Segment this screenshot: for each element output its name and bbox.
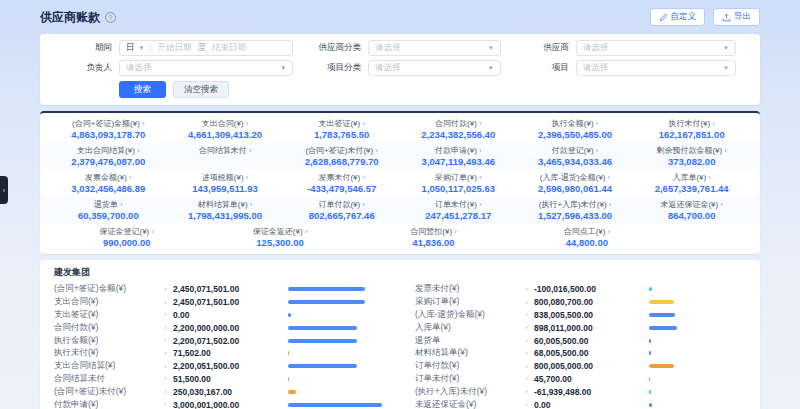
stat-item[interactable]: (合同+签证)金额(¥)› 4,863,093,178.70 <box>50 118 167 141</box>
detail-row[interactable]: (合同+签证)金额(¥) › 2,450,071,501.00 <box>54 283 385 296</box>
detail-row[interactable]: 材料结算单(¥) › 68,005,500.00 <box>415 347 746 360</box>
stat-item[interactable]: 发票未付(¥)› -433,479,546.57 <box>283 172 400 195</box>
stat-item[interactable]: 退货单› 60,359,700.00 <box>50 199 167 222</box>
detail-row[interactable]: 支出合同(¥) › 2,450,071,501.00 <box>54 296 385 309</box>
chevron-right-icon: › <box>525 336 534 345</box>
detail-row[interactable]: 执行未付(¥) › 71,502.00 <box>54 347 385 360</box>
stat-value[interactable] <box>167 156 284 167</box>
stat-value[interactable]: 125,300.00 <box>203 237 356 248</box>
stat-value[interactable]: 864,700.00 <box>633 210 750 221</box>
stat-item[interactable]: 合同结算未付› <box>167 145 284 168</box>
chevron-right-icon: › <box>362 119 365 128</box>
stat-item[interactable]: 保证金登记(¥)› 990,000.00 <box>50 226 203 249</box>
filter-supplier: 供应商 请选择 ▼ <box>511 40 746 56</box>
stat-item[interactable]: 发票金额(¥)› 3,032,456,486.89 <box>50 172 167 195</box>
period-unit-select[interactable]: 日 <box>126 42 135 54</box>
export-button[interactable]: 导出 <box>713 8 760 26</box>
stat-value[interactable]: 2,379,476,087.00 <box>50 156 167 167</box>
stat-value[interactable]: 3,047,119,493.46 <box>400 156 517 167</box>
stat-item[interactable]: 采购订单(¥)› 1,050,117,025.63 <box>400 172 517 195</box>
detail-row[interactable]: (执行+入库)未付(¥) › -61,939,498.00 <box>415 385 746 398</box>
period-range-control[interactable]: 日 ▼ 开始日期 至 结束日期 <box>119 40 293 56</box>
stat-value[interactable]: 2,657,339,761.44 <box>633 183 750 194</box>
customize-button[interactable]: 自定义 <box>650 8 706 26</box>
stat-value[interactable]: 2,628,668,779.70 <box>283 156 400 167</box>
detail-row[interactable]: 支出合同结算(¥) › 2,200,051,500.00 <box>54 360 385 373</box>
stat-item[interactable]: (入库-退货)金额(¥)› 2,596,980,061.44 <box>517 172 634 195</box>
stat-value[interactable]: 2,396,550,485.00 <box>517 129 634 140</box>
stat-value[interactable]: 373,082.00 <box>633 156 750 167</box>
stat-value[interactable]: 2,596,980,061.44 <box>517 183 634 194</box>
stat-item[interactable]: 合同点工(¥)› 44,800.00 <box>510 226 663 249</box>
project-category-select[interactable]: 请选择 ▼ <box>368 60 501 76</box>
stat-value[interactable]: 3,465,934,033.46 <box>517 156 634 167</box>
stat-item[interactable]: 支出合同(¥)› 4,661,309,413.20 <box>167 118 284 141</box>
start-date-input[interactable]: 开始日期 <box>157 42 191 54</box>
detail-row[interactable]: 发票未付(¥) › -100,016,500.00 <box>415 283 746 296</box>
stat-item[interactable]: 执行未付(¥)› 162,167,851.00 <box>633 118 750 141</box>
detail-row[interactable]: 合同付款(¥) › 2,200,000,000.00 <box>54 321 385 334</box>
detail-row[interactable]: 订单付款(¥) › 800,005,000.00 <box>415 360 746 373</box>
detail-row[interactable]: (入库-退货)金额(¥) › 838,005,500.00 <box>415 309 746 322</box>
stat-item[interactable]: (执行+入库)未付(¥)› 1,527,596,433.00 <box>517 199 634 222</box>
stat-value[interactable]: 1,798,431,995.00 <box>167 210 284 221</box>
detail-row[interactable]: 订单未付(¥) › 45,700.00 <box>415 373 746 386</box>
project-select[interactable]: 请选择 ▼ <box>576 60 736 76</box>
drawer-handle[interactable]: ‹ <box>0 176 8 204</box>
detail-label: (执行+入库)未付(¥) <box>415 386 525 398</box>
end-date-input[interactable]: 结束日期 <box>212 42 246 54</box>
detail-row[interactable]: 入库单(¥) › 898,011,000.00 <box>415 321 746 334</box>
clear-search-button[interactable]: 清空搜索 <box>173 81 229 98</box>
detail-label: (合同+签证)金额(¥) <box>54 283 164 295</box>
period-label: 期间 <box>54 42 112 54</box>
stat-value[interactable]: 41,836.00 <box>357 237 510 248</box>
stat-item[interactable]: 合同付款(¥)› 2,234,382,556.40 <box>400 118 517 141</box>
stat-value[interactable]: 60,359,700.00 <box>50 210 167 221</box>
owner-select[interactable]: 请选择 ▼ <box>119 60 293 76</box>
stat-item[interactable]: 支出合同结算(¥)› 2,379,476,087.00 <box>50 145 167 168</box>
help-icon[interactable]: ? <box>105 12 116 23</box>
stat-value[interactable]: 1,050,117,025.63 <box>400 183 517 194</box>
stat-item[interactable]: 未返还保证金(¥)› 864,700.00 <box>633 199 750 222</box>
detail-row[interactable]: 退货单 › 60,005,500.00 <box>415 334 746 347</box>
stat-value[interactable]: 247,451,278.17 <box>400 210 517 221</box>
supplier-select[interactable]: 请选择 ▼ <box>576 40 736 56</box>
stat-value[interactable]: 4,661,309,413.20 <box>167 129 284 140</box>
stat-value[interactable]: 802,665,767.46 <box>283 210 400 221</box>
detail-row[interactable]: 合同结算未付 › 51,500.00 <box>54 373 385 386</box>
supplier-category-select[interactable]: 请选择 ▼ <box>368 40 501 56</box>
stat-value[interactable]: 1,783,765.50 <box>283 129 400 140</box>
stat-item[interactable]: 保证金返还(¥)› 125,300.00 <box>203 226 356 249</box>
detail-bar-track <box>631 287 746 291</box>
detail-row[interactable]: (合同+签证)未付(¥) › 250,030,167.00 <box>54 385 385 398</box>
stat-item[interactable]: 合同暂扣(¥)› 41,836.00 <box>357 226 510 249</box>
stat-value[interactable]: 3,032,456,486.89 <box>50 183 167 194</box>
stat-value[interactable]: 1,527,596,433.00 <box>517 210 634 221</box>
stat-item[interactable]: 进项税额(¥)› 143,959,511.93 <box>167 172 284 195</box>
stat-item[interactable]: 材料结算单(¥)› 1,798,431,995.00 <box>167 199 284 222</box>
stat-item[interactable]: 付款申请(¥)› 3,047,119,493.46 <box>400 145 517 168</box>
stat-value[interactable]: 2,234,382,556.40 <box>400 129 517 140</box>
stat-item[interactable]: 支出签证(¥)› 1,783,765.50 <box>283 118 400 141</box>
detail-row[interactable]: 采购订单(¥) › 800,080,700.00 <box>415 296 746 309</box>
stat-item[interactable]: 付款登记(¥)› 3,465,934,033.46 <box>517 145 634 168</box>
detail-row[interactable]: 执行金额(¥) › 2,200,071,502.00 <box>54 334 385 347</box>
stat-value[interactable]: 44,800.00 <box>510 237 663 248</box>
detail-row[interactable]: 未返还保证金(¥) › 0.00 <box>415 398 746 409</box>
stat-item[interactable]: 执行金额(¥)› 2,396,550,485.00 <box>517 118 634 141</box>
stat-value[interactable]: -433,479,546.57 <box>283 183 400 194</box>
detail-row[interactable]: 支出签证(¥) › 0.00 <box>54 309 385 322</box>
stat-value[interactable]: 162,167,851.00 <box>633 129 750 140</box>
stat-item[interactable]: 订单付款(¥)› 802,665,767.46 <box>283 199 400 222</box>
stat-item[interactable]: (合同+签证)未付(¥)› 2,628,668,779.70 <box>283 145 400 168</box>
stat-item[interactable]: 入库单(¥)› 2,657,339,761.44 <box>633 172 750 195</box>
chevron-right-icon: › <box>362 173 365 182</box>
search-button[interactable]: 搜索 <box>119 81 166 98</box>
detail-row[interactable]: 付款申请(¥) › 3,000,001,000.00 <box>54 398 385 409</box>
stat-item[interactable]: 订单未付(¥)› 247,451,278.17 <box>400 199 517 222</box>
stat-value[interactable]: 143,959,511.93 <box>167 183 284 194</box>
stat-value[interactable]: 990,000.00 <box>50 237 203 248</box>
stat-item[interactable]: 剩余预付款金额(¥)› 373,082.00 <box>633 145 750 168</box>
stat-value[interactable]: 4,863,093,178.70 <box>50 129 167 140</box>
chevron-right-icon: › <box>609 200 612 209</box>
